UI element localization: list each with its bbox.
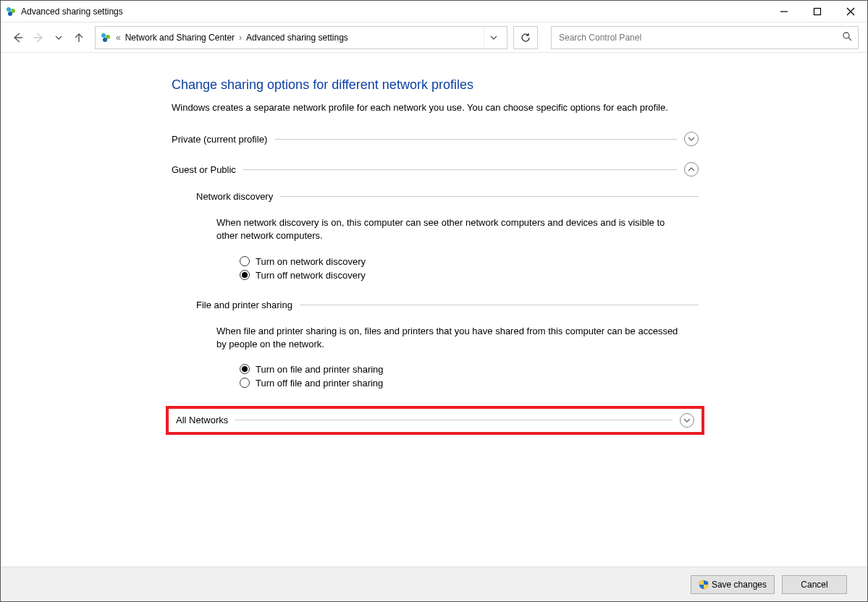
file-printer-sharing-title: File and printer sharing: [196, 300, 292, 310]
page-description: Windows creates a separate network profi…: [172, 101, 699, 114]
address-history-dropdown[interactable]: [484, 27, 502, 48]
radio-sharing-off[interactable]: Turn off file and printer sharing: [240, 378, 699, 389]
highlight-annotation: All Networks: [166, 406, 704, 435]
refresh-button[interactable]: [513, 26, 538, 49]
network-discovery-radios: Turn on network discovery Turn off netwo…: [240, 256, 699, 281]
profile-all-networks-label: All Networks: [176, 415, 228, 425]
divider: [243, 169, 677, 170]
window-frame: Advanced sharing settings: [0, 0, 868, 602]
network-discovery-header: Network discovery: [196, 191, 699, 202]
content-inner: Change sharing options for different net…: [172, 53, 699, 435]
footer-bar: Save changes Cancel: [1, 567, 867, 601]
radio-label: Turn off file and printer sharing: [256, 378, 383, 389]
radio-icon: [240, 256, 250, 266]
breadcrumb-separator-icon: ›: [239, 33, 242, 43]
save-changes-button[interactable]: Save changes: [691, 575, 775, 594]
search-icon[interactable]: [842, 31, 852, 43]
svg-line-11: [848, 38, 851, 41]
svg-point-0: [7, 7, 11, 12]
svg-point-9: [103, 38, 107, 42]
profile-private-header[interactable]: Private (current profile): [172, 132, 699, 146]
control-panel-icon: [100, 32, 111, 43]
radio-discovery-on[interactable]: Turn on network discovery: [240, 256, 699, 267]
address-bar[interactable]: « Network and Sharing Center › Advanced …: [95, 26, 507, 49]
uac-shield-icon: [699, 580, 709, 590]
radio-label: Turn off network discovery: [256, 270, 366, 281]
radio-icon: [240, 270, 250, 280]
titlebar-left: Advanced sharing settings: [5, 6, 123, 17]
radio-icon: [240, 378, 250, 388]
navigation-bar: « Network and Sharing Center › Advanced …: [1, 22, 867, 53]
chevron-down-icon[interactable]: [684, 132, 699, 146]
chevron-down-icon[interactable]: [680, 413, 694, 428]
profile-guest-section: Guest or Public Network discovery When n…: [172, 162, 699, 389]
radio-icon: [240, 364, 250, 374]
close-button[interactable]: [834, 1, 867, 22]
svg-point-2: [8, 12, 12, 16]
titlebar: Advanced sharing settings: [1, 1, 867, 22]
radio-label: Turn on network discovery: [256, 256, 366, 267]
window-controls: [767, 1, 867, 22]
control-panel-icon: [5, 6, 17, 17]
radio-label: Turn on file and printer sharing: [256, 364, 384, 375]
maximize-button[interactable]: [801, 1, 834, 22]
profile-all-networks-header[interactable]: All Networks: [170, 413, 697, 428]
profile-guest-header[interactable]: Guest or Public: [172, 162, 699, 177]
cancel-button[interactable]: Cancel: [782, 575, 847, 594]
back-button[interactable]: [9, 29, 27, 46]
forward-button[interactable]: [30, 29, 47, 46]
svg-point-10: [843, 33, 849, 38]
network-discovery-section: Network discovery: [196, 191, 699, 202]
file-printer-sharing-header: File and printer sharing: [196, 300, 699, 310]
radio-sharing-on[interactable]: Turn on file and printer sharing: [240, 364, 699, 375]
file-printer-sharing-description: When file and printer sharing is on, fil…: [216, 325, 680, 351]
window-title: Advanced sharing settings: [21, 7, 123, 17]
divider: [300, 305, 699, 305]
page-heading: Change sharing options for different net…: [172, 77, 699, 93]
file-printer-sharing-radios: Turn on file and printer sharing Turn of…: [240, 364, 699, 389]
recent-dropdown-button[interactable]: [50, 29, 67, 46]
network-discovery-description: When network discovery is on, this compu…: [216, 216, 680, 242]
chevron-up-icon[interactable]: [684, 162, 699, 177]
breadcrumb-item-current[interactable]: Advanced sharing settings: [246, 33, 348, 43]
profile-guest-label: Guest or Public: [172, 164, 236, 175]
up-button[interactable]: [70, 29, 88, 46]
file-printer-sharing-section: File and printer sharing: [196, 300, 699, 310]
breadcrumb-item-network-sharing[interactable]: Network and Sharing Center: [125, 33, 235, 43]
search-box[interactable]: [551, 26, 859, 49]
save-changes-label: Save changes: [712, 580, 767, 590]
svg-point-7: [101, 33, 106, 38]
divider: [235, 420, 673, 420]
divider: [280, 196, 699, 197]
svg-rect-4: [814, 8, 821, 14]
search-input[interactable]: [557, 32, 838, 43]
profile-private-label: Private (current profile): [172, 134, 267, 145]
divider: [274, 139, 677, 140]
network-discovery-title: Network discovery: [196, 191, 273, 202]
breadcrumb-overflow-icon[interactable]: «: [116, 33, 121, 43]
radio-discovery-off[interactable]: Turn off network discovery: [240, 270, 699, 281]
cancel-label: Cancel: [801, 580, 827, 590]
content-area: Change sharing options for different net…: [1, 53, 867, 567]
minimize-button[interactable]: [767, 1, 801, 22]
